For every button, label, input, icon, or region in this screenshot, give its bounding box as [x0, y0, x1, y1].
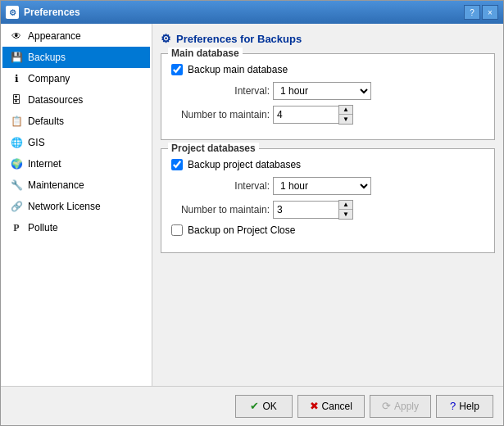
ok-label: OK — [262, 401, 276, 412]
main-number-row: Number to maintain: ▲ ▼ — [171, 105, 484, 125]
pollute-icon: P — [10, 221, 23, 234]
cancel-button[interactable]: ✖ Cancel — [297, 395, 365, 418]
main-interval-label: Interval: — [171, 85, 270, 97]
footer: ✔ OK ✖ Cancel ⟳ Apply ? Help — [1, 386, 503, 425]
apply-button[interactable]: ⟳ Apply — [370, 395, 431, 418]
main-database-content: Backup main database Interval: 1 hour 15… — [171, 64, 484, 125]
main-number-spinner-btns: ▲ ▼ — [338, 105, 353, 125]
network-license-icon: 🔗 — [10, 200, 23, 213]
preferences-window: ⚙ Preferences ? × 👁 Appearance 💾 Backups… — [0, 0, 504, 426]
panel-title-text: Preferences for Backups — [176, 33, 302, 45]
backup-project-db-checkbox[interactable] — [171, 159, 183, 170]
sidebar-item-datasources[interactable]: 🗄 Datasources — [2, 89, 150, 111]
main-number-label: Number to maintain: — [171, 109, 270, 120]
sidebar-item-network-license[interactable]: 🔗 Network License — [2, 196, 150, 217]
project-interval-select[interactable]: 1 hour 15 minutes 30 minutes 2 hours 4 h… — [273, 177, 371, 195]
sidebar-label-company: Company — [28, 73, 70, 84]
sidebar-label-defaults: Defaults — [28, 116, 64, 127]
project-databases-legend: Project databases — [168, 143, 259, 154]
internet-icon: 🌍 — [10, 157, 23, 170]
project-number-label: Number to maintain: — [171, 204, 270, 215]
backup-project-db-label: Backup project databases — [188, 159, 301, 170]
window-title: Preferences — [24, 7, 80, 18]
maintenance-icon: 🔧 — [10, 179, 23, 192]
backup-on-close-label: Backup on Project Close — [188, 224, 295, 236]
main-database-legend: Main database — [168, 48, 243, 59]
backup-main-db-checkbox[interactable] — [171, 64, 183, 75]
backup-on-close-checkbox[interactable] — [171, 224, 183, 236]
sidebar: 👁 Appearance 💾 Backups ℹ Company 🗄 Datas… — [1, 24, 152, 386]
project-interval-row: Interval: 1 hour 15 minutes 30 minutes 2… — [171, 177, 484, 195]
help-button[interactable]: ? Help — [436, 395, 493, 418]
main-number-up[interactable]: ▲ — [339, 106, 352, 115]
project-number-down[interactable]: ▼ — [339, 210, 352, 219]
backups-icon: 💾 — [10, 51, 23, 64]
panel-title-row: ⚙ Preferences for Backups — [161, 32, 495, 45]
sidebar-item-backups[interactable]: 💾 Backups — [2, 47, 150, 68]
main-interval-select[interactable]: 1 hour 15 minutes 30 minutes 2 hours 4 h… — [273, 82, 371, 100]
defaults-icon: 📋 — [10, 115, 23, 128]
help-icon: ? — [450, 400, 456, 412]
apply-icon: ⟳ — [382, 400, 391, 412]
ok-button[interactable]: ✔ OK — [235, 395, 293, 418]
close-button[interactable]: × — [482, 5, 498, 20]
main-database-group: Main database Backup main database Inter… — [161, 53, 495, 140]
sidebar-label-appearance: Appearance — [28, 30, 81, 42]
main-number-down[interactable]: ▼ — [339, 115, 352, 124]
sidebar-item-internet[interactable]: 🌍 Internet — [2, 153, 150, 174]
title-bar: ⚙ Preferences ? × — [1, 1, 503, 24]
project-number-input[interactable] — [273, 201, 338, 219]
help-label: Help — [459, 401, 479, 412]
sidebar-label-pollute: Pollute — [28, 222, 58, 233]
content-area: 👁 Appearance 💾 Backups ℹ Company 🗄 Datas… — [1, 24, 503, 386]
panel-title-icon: ⚙ — [161, 32, 171, 45]
sidebar-item-pollute[interactable]: P Pollute — [2, 217, 150, 238]
backup-main-db-label: Backup main database — [188, 64, 288, 75]
project-databases-content: Backup project databases Interval: 1 hou… — [171, 159, 484, 236]
main-number-spinner: ▲ ▼ — [273, 105, 353, 125]
sidebar-label-network-license: Network License — [28, 201, 101, 212]
project-databases-group: Project databases Backup project databas… — [161, 148, 495, 253]
sidebar-item-appearance[interactable]: 👁 Appearance — [2, 25, 150, 47]
sidebar-item-maintenance[interactable]: 🔧 Maintenance — [2, 174, 150, 196]
cancel-icon: ✖ — [310, 400, 319, 412]
company-icon: ℹ — [10, 72, 23, 85]
main-number-input[interactable] — [273, 106, 338, 124]
backup-main-db-row: Backup main database — [171, 64, 484, 75]
main-panel: ⚙ Preferences for Backups Main database … — [152, 24, 503, 386]
ok-icon: ✔ — [250, 400, 259, 412]
project-number-spinner-btns: ▲ ▼ — [338, 200, 353, 220]
cancel-label: Cancel — [322, 401, 352, 412]
project-number-up[interactable]: ▲ — [339, 201, 352, 210]
main-interval-row: Interval: 1 hour 15 minutes 30 minutes 2… — [171, 82, 484, 100]
title-bar-left: ⚙ Preferences — [6, 6, 80, 19]
project-number-row: Number to maintain: ▲ ▼ — [171, 200, 484, 220]
sidebar-item-defaults[interactable]: 📋 Defaults — [2, 111, 150, 132]
appearance-icon: 👁 — [10, 29, 23, 43]
help-button[interactable]: ? — [464, 5, 480, 20]
sidebar-item-gis[interactable]: 🌐 GIS — [2, 132, 150, 153]
backup-project-db-row: Backup project databases — [171, 159, 484, 170]
project-interval-label: Interval: — [171, 180, 270, 192]
sidebar-label-backups: Backups — [28, 52, 66, 63]
backup-on-close-row: Backup on Project Close — [171, 224, 484, 236]
datasources-icon: 🗄 — [10, 93, 23, 106]
sidebar-label-internet: Internet — [28, 158, 61, 170]
apply-label: Apply — [394, 401, 419, 412]
sidebar-item-company[interactable]: ℹ Company — [2, 68, 150, 89]
project-number-spinner: ▲ ▼ — [273, 200, 353, 220]
gis-icon: 🌐 — [10, 136, 23, 149]
sidebar-label-datasources: Datasources — [28, 94, 83, 106]
window-icon: ⚙ — [6, 6, 19, 19]
title-bar-controls: ? × — [464, 5, 498, 20]
sidebar-label-maintenance: Maintenance — [28, 179, 84, 191]
sidebar-label-gis: GIS — [28, 137, 45, 148]
